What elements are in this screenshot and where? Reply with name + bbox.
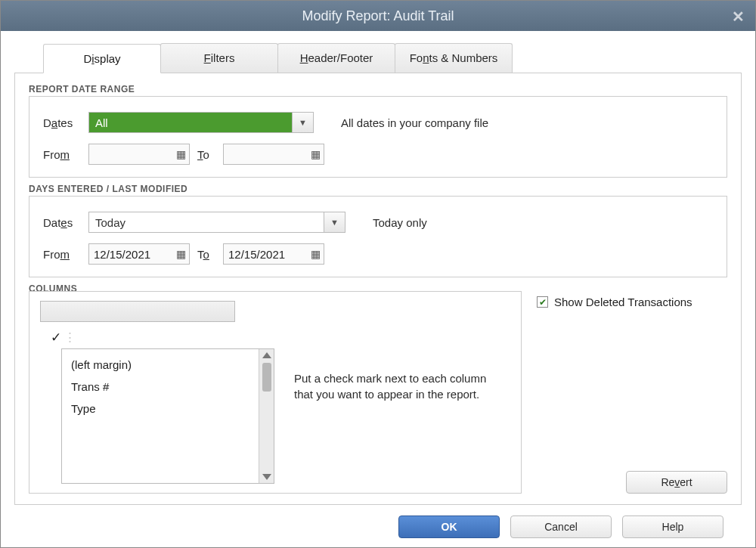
checkbox-icon[interactable]: ✔ [537,296,548,308]
checkmark-header: ✓⋮ [40,330,274,345]
columns-hint: Put a check mark next to each column tha… [294,370,506,484]
tab-filters[interactable]: Filters [160,43,278,73]
columns-panel: ✓⋮ (left margin) Trans # Type [29,291,522,494]
report-date-range-group: Dates All ▼ All dates in your company fi… [29,96,727,178]
tabs: Display Filters Header/Footer Fonts & Nu… [14,43,742,73]
calendar-icon[interactable]: ▦ [172,148,189,160]
dates-select-modified[interactable]: Today ▼ [88,212,345,233]
to-label-1: To [197,148,215,161]
from-date-2[interactable]: 12/15/2021 ▦ [88,243,190,265]
scroll-up-icon[interactable] [262,352,271,358]
chevron-down-icon: ▼ [324,212,345,232]
scroll-down-icon[interactable] [262,474,271,480]
ok-button[interactable]: OK [398,515,500,538]
report-date-range-title: REPORT DATE RANGE [29,84,727,94]
tab-header-footer[interactable]: Header/Footer [277,43,395,73]
revert-button[interactable]: Revert [626,471,727,494]
tab-display[interactable]: Display [43,44,161,73]
to-date-2[interactable]: 12/15/2021 ▦ [223,243,324,265]
tab-fonts-numbers[interactable]: Fonts & Numbers [395,43,513,73]
columns-search-input[interactable] [40,301,235,322]
modify-report-dialog: Modify Report: Audit Trail ✕ Display Fil… [0,0,756,548]
show-deleted-checkbox-row[interactable]: ✔ Show Deleted Transactions [537,296,727,308]
window-title: Modify Report: Audit Trail [302,8,454,24]
calendar-icon[interactable]: ▦ [172,248,189,260]
dates-desc-2: Today only [373,216,427,229]
dialog-footer: OK Cancel Help [14,505,742,538]
list-item[interactable]: Type [62,398,259,420]
list-item[interactable]: (left margin) [62,354,259,376]
dates-label-2: Dates [43,216,81,229]
help-button[interactable]: Help [622,515,723,538]
calendar-icon[interactable]: ▦ [307,148,324,160]
dates-desc-1: All dates in your company file [341,116,488,129]
show-deleted-label: Show Deleted Transactions [554,296,692,308]
days-entered-title: DAYS ENTERED / LAST MODIFIED [29,184,727,194]
scroll-thumb[interactable] [262,363,271,392]
scrollbar[interactable] [259,349,274,483]
to-label-2: To [197,248,215,261]
from-label-1: From [43,148,81,161]
list-item[interactable]: Trans # [62,376,259,398]
calendar-icon[interactable]: ▦ [307,248,324,260]
days-entered-group: Dates Today ▼ Today only From 12/15/2021… [29,196,727,277]
from-label-2: From [43,248,81,261]
dates-select-range[interactable]: All ▼ [88,112,314,133]
close-icon[interactable]: ✕ [732,8,745,26]
dates-label-1: Dates [43,116,81,129]
from-date-1[interactable]: ▦ [88,144,190,165]
chevron-down-icon: ▼ [292,113,313,132]
to-date-1[interactable]: ▦ [223,144,324,165]
titlebar: Modify Report: Audit Trail ✕ [1,1,755,31]
cancel-button[interactable]: Cancel [510,515,612,538]
columns-listbox[interactable]: (left margin) Trans # Type [61,348,274,484]
